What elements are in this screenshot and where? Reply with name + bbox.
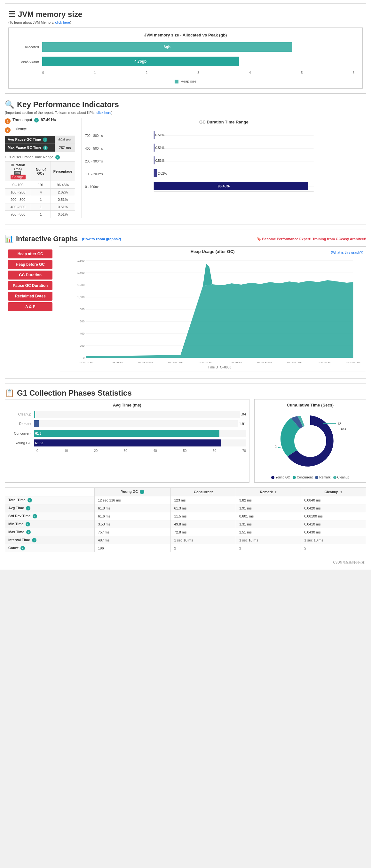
row-info-icon[interactable]: i bbox=[26, 530, 31, 534]
svg-text:07:54:50 am: 07:54:50 am bbox=[317, 361, 331, 364]
heap-chart-link[interactable]: (What is this graph?) bbox=[331, 250, 363, 254]
svg-text:07:54:10 am: 07:54:10 am bbox=[198, 361, 212, 364]
concurrent-bar-row: Concurrent 61.3 bbox=[8, 430, 246, 437]
svg-text:1,200: 1,200 bbox=[78, 283, 85, 286]
gc-count: 1 bbox=[31, 211, 51, 218]
row-info-icon[interactable]: i bbox=[33, 514, 37, 519]
heap-spike bbox=[203, 264, 213, 286]
gc-duration-button[interactable]: GC Duration bbox=[8, 271, 53, 280]
cleanup-legend: Cleanup bbox=[333, 475, 349, 479]
jvm-chart-title: JVM memory size - Allocated vs Peak (gb) bbox=[13, 33, 358, 37]
heap-after-gc-button[interactable]: Heap after GC bbox=[8, 249, 53, 258]
gc-pause-info[interactable]: i bbox=[55, 155, 60, 160]
svg-text:0.51%: 0.51% bbox=[155, 146, 164, 150]
jvm-subtitle: (To learn about JVM Memory, click here) bbox=[8, 21, 363, 24]
row-info-icon[interactable]: i bbox=[26, 506, 30, 510]
peak-label: peak usage bbox=[17, 60, 42, 63]
remark-bar-row: Remark 1.91 bbox=[8, 420, 246, 427]
stats-row-value: 1 sec 10 ms bbox=[236, 536, 301, 544]
stats-row-label: Max Time i bbox=[5, 528, 95, 536]
avg-pause-info[interactable]: i bbox=[43, 137, 47, 142]
g1-avg-title: Avg Time (ms) bbox=[8, 403, 246, 407]
stats-row-value: 2 bbox=[236, 544, 301, 552]
a-and-p-button[interactable]: A & P bbox=[8, 302, 53, 311]
g1-xaxis: 0 10 20 30 40 50 60 70 bbox=[8, 449, 246, 453]
avg-pause-row: Avg Pause GC Time i 60.6 ms bbox=[5, 136, 75, 144]
concurrent-label: Concurrent bbox=[8, 431, 34, 435]
duration-range: 400 - 500 bbox=[5, 204, 31, 211]
stats-col-young-gc: Young GC i bbox=[95, 488, 171, 496]
stats-row-value: 2.51 ms bbox=[236, 528, 301, 536]
gc-count: 1 bbox=[31, 196, 51, 204]
change-button[interactable]: Change bbox=[10, 175, 26, 179]
duration-range: 100 - 200 bbox=[5, 189, 31, 196]
jvm-bar-chart: allocated 6gb peak usage 4.76gb bbox=[13, 41, 358, 76]
jvm-section-title: ☰ JVM memory size bbox=[8, 10, 363, 19]
row-info-icon[interactable]: i bbox=[28, 498, 32, 502]
svg-text:96.45%: 96.45% bbox=[217, 184, 229, 188]
svg-rect-11 bbox=[154, 169, 157, 177]
duration-row: 200 - 300 1 0.51% bbox=[5, 196, 75, 204]
duration-row: 100 - 200 4 2.02% bbox=[5, 189, 75, 196]
stats-row: Total Time i12 sec 116 ms123 ms3.82 ms0.… bbox=[5, 496, 366, 504]
cleanup-label: Cleanup bbox=[8, 412, 34, 416]
pause-gc-duration-button[interactable]: Pause GC Duration bbox=[8, 281, 53, 290]
concurrent-bar: 61.3 bbox=[34, 430, 219, 437]
throughput-content: Throughput i: 87.491% bbox=[12, 118, 56, 123]
svg-rect-9 bbox=[154, 156, 154, 164]
pct-col-header: Percentage bbox=[51, 161, 75, 181]
cleanup-track bbox=[34, 411, 240, 418]
row-info-icon[interactable]: i bbox=[32, 538, 36, 542]
stats-row-label: Total Time i bbox=[5, 496, 95, 504]
svg-text:Time UTC+0000: Time UTC+0000 bbox=[208, 366, 231, 369]
stats-row-value: 0.00100 ms bbox=[301, 513, 366, 520]
kpi-link[interactable]: click here bbox=[97, 111, 111, 115]
remark-legend: Remark bbox=[315, 475, 330, 479]
stats-row-value: 1.31 ms bbox=[236, 520, 301, 528]
young-gc-legend: Young GC bbox=[271, 475, 290, 479]
throughput-info-icon[interactable]: i bbox=[34, 118, 39, 123]
stats-col-concurrent: Concurrent bbox=[171, 488, 236, 496]
duration-range: 200 - 300 bbox=[5, 196, 31, 204]
cleanup-bar bbox=[34, 411, 35, 418]
kpi-left-panel: 1 Throughput i: 87.491% 2 Latency: bbox=[5, 118, 75, 218]
svg-rect-7 bbox=[154, 144, 154, 152]
stats-row: Max Time i757 ms72.8 ms2.51 ms0.0430 ms bbox=[5, 528, 366, 536]
how-to-zoom-link[interactable]: (How to zoom graphs?) bbox=[82, 237, 121, 241]
stats-row-value: 49.8 ms bbox=[171, 520, 236, 528]
gc-chart-title: GC Duration Time Range bbox=[84, 120, 364, 124]
svg-text:07:54:30 am: 07:54:30 am bbox=[257, 361, 272, 364]
jvm-xaxis: 0 1 2 3 4 5 6 bbox=[17, 71, 354, 74]
num-gcs-col-header: No. of GCs bbox=[31, 161, 51, 181]
stats-row-value: 0.0420 ms bbox=[301, 504, 366, 513]
heap-before-gc-button[interactable]: Heap before GC bbox=[8, 260, 53, 269]
stats-row-value: 3.53 ms bbox=[95, 520, 171, 528]
stats-row-value: 123 ms bbox=[171, 496, 236, 504]
svg-text:1,000: 1,000 bbox=[78, 296, 85, 299]
become-expert-link[interactable]: 🔖 Become Performance Expert! Training fr… bbox=[257, 237, 366, 241]
jvm-link[interactable]: click here bbox=[55, 21, 70, 24]
svg-text:0.51%: 0.51% bbox=[155, 159, 164, 162]
young-gc-col-info[interactable]: i bbox=[140, 490, 144, 494]
max-pause-info[interactable]: i bbox=[43, 146, 48, 150]
stats-row-label: Std Dev Time i bbox=[5, 513, 95, 520]
svg-text:600: 600 bbox=[80, 320, 85, 323]
stats-row-label: Interval Time i bbox=[5, 536, 95, 544]
young-gc-dot bbox=[271, 476, 274, 479]
gc-duration-svg: 0.51% 0.51% 0.51% 2.02% bbox=[104, 129, 363, 193]
heap-area-fill bbox=[86, 280, 353, 358]
graph-buttons-panel: Heap after GC Heap before GC GC Duration… bbox=[5, 246, 56, 372]
row-info-icon[interactable]: i bbox=[26, 522, 30, 526]
reclaimed-bytes-button[interactable]: Reclaimed Bytes bbox=[8, 292, 53, 301]
row-info-icon[interactable]: i bbox=[21, 546, 25, 550]
g1-section: 📋 G1 Collection Phases Statistics Avg Ti… bbox=[5, 389, 366, 552]
gc-count: 4 bbox=[31, 189, 51, 196]
heap-usage-svg: Heap size (mb) 0 200 400 600 800 1,000 1… bbox=[62, 257, 363, 369]
remark-track bbox=[34, 420, 238, 427]
cumulative-title: Cumulative Time (Secs) bbox=[258, 403, 363, 407]
latency-item: 2 Latency: bbox=[5, 127, 75, 133]
gc-pct: 96.46% bbox=[51, 181, 75, 189]
concurrent-legend: Concurrent bbox=[292, 475, 312, 479]
stats-row-value: 757 ms bbox=[95, 528, 171, 536]
stats-row-value: 11.5 ms bbox=[171, 513, 236, 520]
